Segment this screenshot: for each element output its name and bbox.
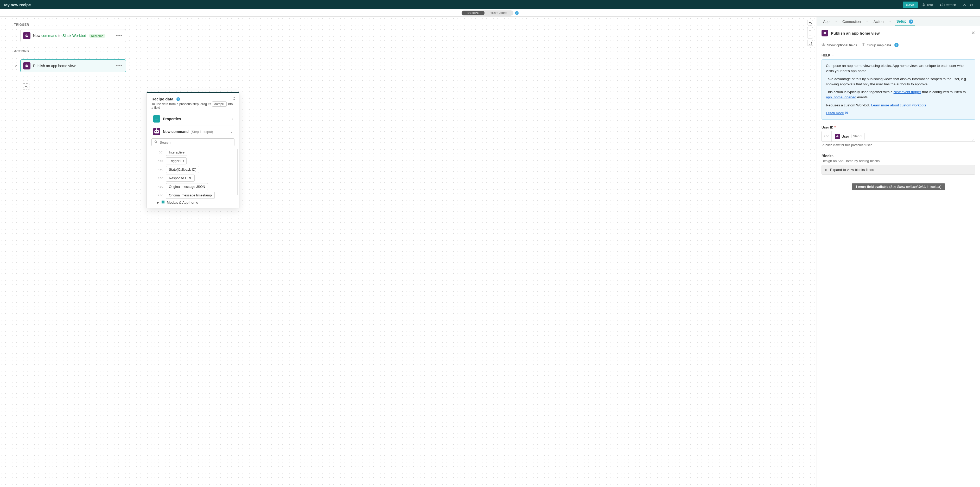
side-tabs: App → Connection → Action → Setup ?	[817, 17, 980, 26]
close-icon[interactable]: ✕	[971, 30, 975, 36]
arrow-right-icon: →	[834, 19, 838, 24]
tab-test-jobs[interactable]: TEST JOBS	[485, 11, 513, 15]
datapill-item[interactable]: ABC Response URL	[157, 175, 234, 181]
side-header: Publish an app home view ✕	[817, 26, 980, 40]
datapill-chip[interactable]: Interactive	[166, 149, 187, 156]
expand-collapse-icon[interactable]	[233, 97, 235, 101]
datapill-chip[interactable]: Response URL	[166, 175, 195, 181]
connector-line	[26, 56, 26, 59]
expand-blocks-button[interactable]: ▶ Expand to view blocks fields	[821, 165, 975, 175]
refresh-icon	[940, 3, 943, 6]
chevron-down-icon: ⌄	[230, 130, 233, 134]
app-home-opened-link[interactable]: app_home_opened	[826, 95, 856, 99]
external-link-icon	[845, 111, 848, 116]
workbot-icon	[23, 32, 30, 39]
connector-line	[26, 72, 26, 83]
datapill-item[interactable]: ABC Original message JSON	[157, 183, 234, 190]
type-abc-icon: ABC	[157, 177, 164, 180]
help-toggle[interactable]: HELP ⌃	[821, 54, 975, 57]
tab-connection[interactable]: Connection	[841, 18, 862, 26]
workbot-icon	[835, 134, 840, 139]
tab-pills: RECIPE TEST JOBS	[461, 10, 514, 16]
chevron-right-icon: ›	[232, 117, 233, 121]
svg-rect-16	[862, 43, 864, 46]
top-header: My new recipe Save Test Refresh Exit	[0, 0, 980, 10]
workbot-icon	[153, 128, 160, 135]
refresh-button[interactable]: Refresh	[937, 2, 959, 8]
chevron-up-icon: ⌃	[832, 54, 834, 57]
help-icon[interactable]: ?	[909, 19, 913, 24]
more-fields-note: 1 more field available (See Show optiona…	[821, 183, 975, 190]
step-more-icon[interactable]: •••	[116, 33, 123, 38]
side-toolbar: Show optional fields Group map data ?	[817, 40, 980, 50]
search-input[interactable]	[160, 140, 232, 144]
help-icon[interactable]: ?	[515, 11, 519, 15]
type-abc-icon: ABC	[157, 186, 164, 188]
command-link[interactable]: command	[41, 33, 57, 38]
trigger-label: TRIGGER	[14, 23, 126, 27]
type-abc-icon: ABC	[157, 168, 164, 171]
type-link-icon	[157, 151, 164, 154]
datapill-chip[interactable]: State(Callback ID)	[166, 166, 199, 173]
datapill-search[interactable]	[151, 138, 234, 146]
blocks-title: Blocks	[821, 154, 975, 158]
group-map-data[interactable]: Group map data ?	[862, 43, 899, 47]
datapill-item[interactable]: ABC Trigger ID	[157, 158, 234, 164]
step-2-card[interactable]: Publish an app home view •••	[20, 59, 126, 72]
tab-app[interactable]: App	[821, 18, 831, 26]
resize-handle-icon[interactable]: ⋰	[972, 138, 975, 142]
triangle-right-icon: ▶	[157, 201, 159, 204]
user-id-field: User ID * ABC User Step 1 ⋰ Publish view…	[821, 126, 975, 147]
svg-rect-12	[163, 201, 164, 202]
tab-setup[interactable]: Setup ?	[895, 17, 915, 26]
show-optional-fields[interactable]: Show optional fields	[821, 43, 857, 47]
help-icon[interactable]: ?	[894, 43, 899, 47]
field-help: Publish view for this particular user.	[821, 143, 975, 147]
step-1-card[interactable]: New command to Slack Workbot Real-time •…	[20, 29, 126, 42]
grid-icon	[161, 200, 165, 204]
properties-icon	[153, 115, 160, 123]
exit-button[interactable]: Exit	[960, 2, 976, 8]
modals-subgroup[interactable]: ▶ Modals & App home	[157, 200, 234, 204]
zoom-in-button[interactable]: +	[807, 27, 813, 33]
type-abc-icon: ABC	[157, 160, 164, 162]
undo-button[interactable]	[807, 20, 813, 25]
datapill-item[interactable]: Interactive	[157, 149, 234, 156]
properties-group[interactable]: Properties ›	[151, 113, 234, 125]
svg-rect-17	[864, 43, 865, 46]
step1-output-group[interactable]: New command (Step 1 output) ⌄	[151, 125, 234, 138]
datapill-chip[interactable]: Original message JSON	[166, 183, 208, 190]
fit-view-button[interactable]	[807, 40, 813, 46]
columns-icon	[862, 43, 865, 47]
step-more-icon[interactable]: •••	[116, 64, 123, 68]
main-area: + − TRIGGER 1 New command to Slack Workb…	[0, 17, 980, 487]
datapill-item[interactable]: ABC State(Callback ID)	[157, 166, 234, 173]
datapill-chip[interactable]: Original message timestamp	[166, 192, 215, 199]
custom-workbots-link[interactable]: Learn more about custom workbots	[871, 103, 926, 107]
add-step-button[interactable]: +	[23, 83, 29, 90]
real-time-badge: Real-time	[89, 34, 105, 38]
arrow-right-icon: →	[888, 19, 892, 24]
zoom-out-button[interactable]: −	[807, 33, 813, 38]
svg-point-15	[823, 44, 824, 45]
main-tab-row: RECIPE TEST JOBS ?	[0, 10, 980, 17]
field-label: User ID *	[821, 126, 975, 129]
workbot-icon	[821, 30, 828, 37]
help-icon[interactable]: ?	[177, 97, 180, 101]
test-button[interactable]: Test	[920, 2, 935, 8]
tab-recipe[interactable]: RECIPE	[461, 11, 485, 15]
required-star: *	[834, 126, 835, 129]
tab-action[interactable]: Action	[872, 18, 885, 26]
datapill-chip[interactable]: Trigger ID	[166, 158, 186, 164]
user-datapill[interactable]: User Step 1	[834, 133, 864, 140]
learn-more-link[interactable]: Learn more	[826, 111, 848, 116]
slack-workbot-link[interactable]: Slack Workbot	[62, 33, 86, 38]
new-event-trigger-link[interactable]: New event trigger	[894, 90, 921, 94]
datapill-item[interactable]: ABC Original message timestamp	[157, 192, 234, 199]
close-icon	[963, 3, 966, 6]
user-id-input[interactable]: ABC User Step 1 ⋰	[821, 131, 975, 142]
svg-point-5	[923, 4, 924, 5]
scrollbar[interactable]	[237, 149, 238, 196]
svg-point-6	[810, 43, 810, 43]
save-button[interactable]: Save	[903, 2, 918, 8]
